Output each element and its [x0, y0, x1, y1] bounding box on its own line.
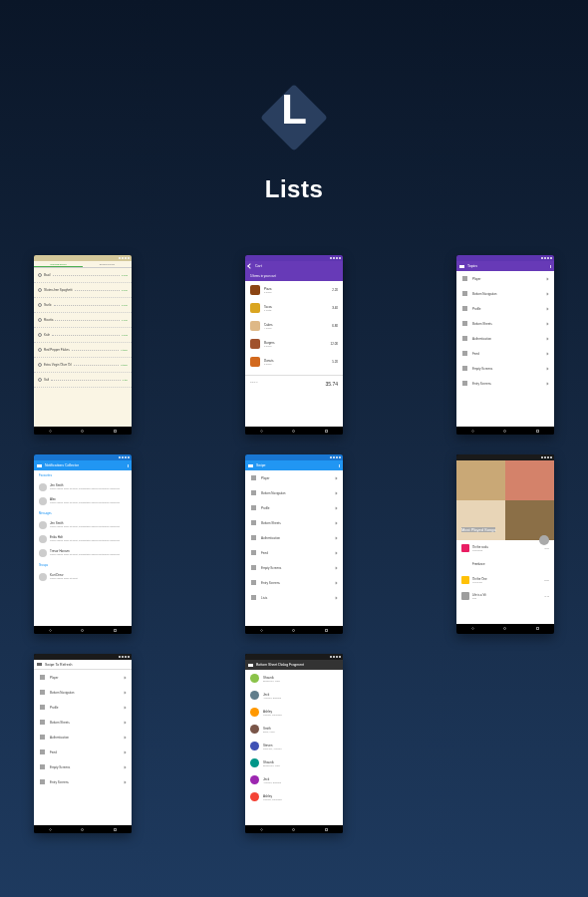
- menu-icon[interactable]: [248, 464, 253, 467]
- play-fab[interactable]: [539, 535, 549, 545]
- topic-row[interactable]: Entry Screens: [456, 376, 554, 391]
- screenshot-topics[interactable]: Topics PlayerBottom NavigationProfileBot…: [456, 255, 554, 435]
- add-icon[interactable]: [38, 378, 42, 382]
- back-icon[interactable]: [247, 263, 253, 269]
- cart-item[interactable]: Cakes4 each6.80: [245, 317, 343, 335]
- screenshot-notifications[interactable]: Notifications Collector FavouritesJen Sm…: [34, 454, 132, 634]
- topic-row[interactable]: Player: [245, 470, 343, 485]
- topic-row[interactable]: Entry Screens: [245, 575, 343, 590]
- song-row[interactable]: On the OneWild cubs5:07: [456, 572, 554, 588]
- topic-row[interactable]: Profile: [245, 500, 343, 515]
- overflow-icon[interactable]: [128, 464, 129, 467]
- topic-icon: [462, 336, 467, 341]
- tab-ingredients[interactable]: INGREDIENTS: [34, 261, 83, 267]
- song-row[interactable]: Freelance: [456, 556, 554, 572]
- topic-icon: [40, 749, 45, 754]
- screenshot-swipe[interactable]: Swipe PlayerBottom NavigationProfileBott…: [245, 454, 343, 634]
- topic-name: Empty Screens: [50, 765, 119, 769]
- notification-row[interactable]: Jen SmithLorem ipsum dolor sit amet, con…: [34, 518, 132, 532]
- topic-icon: [251, 490, 256, 495]
- topic-row[interactable]: Profile: [34, 700, 132, 715]
- cart-item[interactable]: Tacos1 plate3.40: [245, 299, 343, 317]
- add-icon[interactable]: [38, 363, 42, 367]
- total-label: TOTAL: [250, 381, 258, 387]
- topic-row[interactable]: Authentication: [245, 530, 343, 545]
- cart-item[interactable]: Pizza2 each2.20: [245, 281, 343, 299]
- menu-icon[interactable]: [37, 464, 42, 467]
- topic-row[interactable]: Player: [456, 271, 554, 286]
- notification-row[interactable]: Kurt DrewLorem ipsum dolor sit amet: [34, 570, 132, 584]
- topic-row[interactable]: Feed: [456, 346, 554, 361]
- appbar-title: Notifications Collector: [45, 463, 79, 467]
- product-image: [250, 303, 260, 313]
- topic-row[interactable]: Entry Screens: [34, 774, 132, 789]
- overflow-icon[interactable]: [339, 464, 340, 467]
- add-icon[interactable]: [38, 288, 42, 292]
- contact-row[interactable]: ShaunikBengaluru, India: [245, 670, 343, 687]
- topic-row[interactable]: Empty Screens: [34, 759, 132, 774]
- add-icon[interactable]: [38, 318, 42, 322]
- menu-icon[interactable]: [37, 663, 42, 666]
- add-icon[interactable]: [38, 273, 42, 277]
- menu-icon[interactable]: [459, 265, 464, 268]
- topic-row[interactable]: Empty Screens: [456, 361, 554, 376]
- screenshot-recipe[interactable]: INGREDIENTS DIRECTIONS Basil6 leafGluten…: [34, 255, 132, 435]
- add-icon[interactable]: [38, 333, 42, 337]
- tab-directions[interactable]: DIRECTIONS: [83, 261, 132, 267]
- contact-row[interactable]: JeckAmerica, England: [245, 687, 343, 704]
- notification-row[interactable]: Jen SmithLorem ipsum dolor sit amet, con…: [34, 480, 132, 494]
- topic-row[interactable]: Lists: [245, 590, 343, 605]
- topic-name: Entry Screens: [261, 581, 330, 585]
- ingredient-row[interactable]: Salt1 tsp: [34, 373, 132, 388]
- contact-row[interactable]: AshleyKolkata, Indonesia: [245, 704, 343, 721]
- contact-row[interactable]: AshleyKolkata, Indonesia: [245, 788, 343, 805]
- topic-row[interactable]: Empty Screens: [245, 560, 343, 575]
- cart-item[interactable]: Donuts6 each5.20: [245, 353, 343, 371]
- topic-row[interactable]: Bottom Navigation: [34, 685, 132, 700]
- add-icon[interactable]: [38, 303, 42, 307]
- ingredient-name: Basil: [44, 273, 51, 277]
- ingredient-row[interactable]: Red Pepper Flakes1 tbsp: [34, 343, 132, 358]
- contact-row[interactable]: SmithBihar, India: [245, 721, 343, 738]
- ingredient-row[interactable]: Ricotta1 cup: [34, 313, 132, 328]
- ingredient-row[interactable]: Gluten-free Spaghetti2 cup: [34, 283, 132, 298]
- topic-row[interactable]: Profile: [456, 301, 554, 316]
- topic-row[interactable]: Authentication: [456, 331, 554, 346]
- song-row[interactable]: Life is a VitZoo3:42: [456, 588, 554, 604]
- screenshot-cart[interactable]: Cart 5 Items in your cart Pizza2 each2.2…: [245, 255, 343, 435]
- topic-row[interactable]: Bottom Navigation: [245, 485, 343, 500]
- add-icon[interactable]: [38, 348, 42, 352]
- topic-row[interactable]: Feed: [245, 545, 343, 560]
- topic-row[interactable]: Authentication: [34, 730, 132, 745]
- ingredient-row[interactable]: Kale3 leaf: [34, 328, 132, 343]
- topic-row[interactable]: Bottom Sheets: [245, 515, 343, 530]
- ingredient-name: Garlic: [44, 303, 52, 307]
- topic-name: Bottom Sheets: [261, 521, 330, 525]
- topic-row[interactable]: Bottom Navigation: [456, 286, 554, 301]
- notification-row[interactable]: AlexLorem ipsum dolor sit amet, consecte…: [34, 494, 132, 508]
- topic-row[interactable]: Bottom Sheets: [34, 715, 132, 730]
- ingredient-row[interactable]: Extra Virgin Olive Oil2 tbsp: [34, 358, 132, 373]
- contact-row[interactable]: StevenNewyork, America: [245, 738, 343, 754]
- contact-row[interactable]: ShaunikBengaluru, India: [245, 754, 343, 771]
- ingredient-amount: 2 cup: [122, 289, 128, 292]
- screenshot-contacts[interactable]: Bottom Sheet Dialog Fragment ShaunikBeng…: [245, 654, 343, 833]
- menu-icon[interactable]: [248, 664, 253, 667]
- notification-row[interactable]: Trevor HansenLorem ipsum dolor sit amet,…: [34, 546, 132, 560]
- notification-row[interactable]: Erika HoltLorem ipsum dolor sit amet, co…: [34, 532, 132, 546]
- topic-row[interactable]: Bottom Sheets: [456, 316, 554, 331]
- ingredient-row[interactable]: Basil6 leaf: [34, 268, 132, 283]
- overflow-icon[interactable]: [550, 265, 551, 268]
- ingredient-name: Kale: [44, 333, 50, 337]
- contact-location: Bihar, India: [263, 731, 338, 733]
- cart-item[interactable]: Burgers2 each12.00: [245, 335, 343, 353]
- topic-row[interactable]: Feed: [34, 745, 132, 759]
- screenshot-swipe-refresh[interactable]: Swipe To Refresh PlayerBottom Navigation…: [34, 654, 132, 833]
- contact-row[interactable]: JeckAmerica, England: [245, 771, 343, 788]
- screenshot-music[interactable]: Most Played Songs On the rocksFreelance3…: [456, 454, 554, 634]
- ingredient-row[interactable]: Garlic2 cup: [34, 298, 132, 313]
- avatar: [250, 775, 259, 784]
- product-qty: 2 each: [264, 291, 328, 294]
- topic-row[interactable]: Player: [34, 670, 132, 685]
- topic-name: Profile: [261, 506, 330, 510]
